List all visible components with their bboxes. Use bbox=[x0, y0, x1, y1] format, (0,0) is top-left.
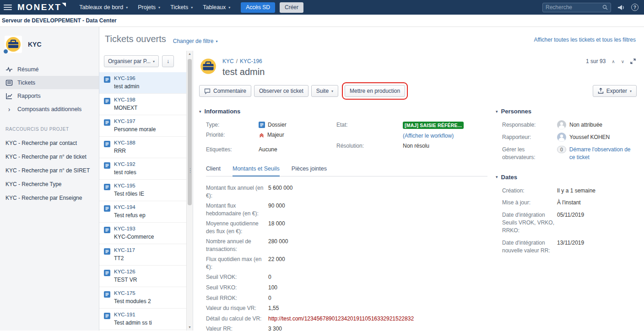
search-input[interactable] bbox=[546, 4, 602, 11]
tab-pieces-jointes[interactable]: Pièces jointes bbox=[292, 166, 327, 176]
topbar-nav-item[interactable]: Tickets ▾ bbox=[165, 0, 198, 15]
document-type-icon bbox=[104, 119, 110, 126]
topbar-nav-item[interactable]: Tableaux ▾ bbox=[198, 0, 235, 15]
date-label: Mise à jour: bbox=[502, 199, 557, 207]
change-filter-link[interactable]: Changer de filtre ▾ bbox=[173, 38, 218, 44]
project-shortcut-link[interactable]: KYC - Recherche par Enseigne bbox=[0, 191, 99, 205]
ticket-list-item[interactable]: KYC-188 RRR bbox=[99, 137, 186, 158]
field-list: Montant flux annuel (en €): 5 600 000 Mo… bbox=[206, 183, 487, 331]
breadcrumb-ticket-link[interactable]: KYC-196 bbox=[240, 58, 262, 64]
breadcrumb-project-link[interactable]: KYC bbox=[222, 58, 234, 64]
caret-down-icon: ▾ bbox=[228, 5, 230, 10]
document-type-icon bbox=[104, 98, 110, 104]
field-label: Nombre annuel de transactions: bbox=[206, 238, 268, 253]
field-label: Valeur du risque VR: bbox=[206, 304, 268, 312]
scroll-up-icon[interactable]: ▲ bbox=[188, 52, 191, 56]
list-scrollbar[interactable]: ▲ ▼ bbox=[186, 51, 193, 331]
sidebar-item-rapports[interactable]: Rapports bbox=[0, 89, 99, 102]
export-button[interactable]: Exporter ▾ bbox=[593, 85, 637, 97]
acces-sd-button[interactable]: Accès SD bbox=[241, 2, 275, 13]
create-button[interactable]: Créer bbox=[280, 2, 303, 13]
field-label: Moyenne quotidienne des flux (en €): bbox=[206, 220, 268, 235]
detail-toolbar: Commentaire Observer ce ticket Suite ▾ M… bbox=[199, 85, 637, 97]
priority-label: Priorité: bbox=[206, 132, 259, 138]
page-title: Tickets ouverts bbox=[105, 34, 166, 44]
tab-montants-et-seuils[interactable]: Montants et Seuils bbox=[233, 166, 280, 176]
ticket-key: KYC-195 bbox=[114, 183, 144, 188]
ticket-list-item[interactable]: KYC-192 test roles bbox=[99, 158, 186, 180]
ticket-list-item[interactable]: KYC-175 Test modules 2 bbox=[99, 287, 186, 309]
hamburger-menu-icon[interactable] bbox=[4, 5, 12, 10]
ticket-list-item[interactable]: KYC-195 Test rôles IE bbox=[99, 180, 186, 201]
field-value: http://test.com/123456789012342019110516… bbox=[268, 315, 414, 323]
pager: 1 sur 93 ∧ ∨ bbox=[586, 58, 636, 64]
project-shortcut-link[interactable]: KYC - Recherche par contact bbox=[0, 136, 99, 150]
ticket-key: KYC-175 bbox=[114, 290, 151, 296]
export-icon bbox=[598, 88, 604, 94]
help-icon[interactable]: ? bbox=[631, 4, 639, 11]
content: Tickets ouverts Changer de filtre ▾ Affi… bbox=[99, 27, 644, 331]
mettre-en-production-button[interactable]: Mettre en production bbox=[345, 85, 405, 97]
project-shortcut-link[interactable]: KYC - Recherche par n° de ticket bbox=[0, 150, 99, 164]
announcement-icon[interactable] bbox=[617, 5, 625, 11]
ticket-list-item[interactable]: KYC-193 KYC-Commerce bbox=[99, 223, 186, 244]
sidebar-item-label: Résumé bbox=[17, 66, 39, 73]
project-shortcut-link[interactable]: KYC - Recherche Type bbox=[0, 177, 99, 191]
show-workflow-link[interactable]: (Afficher le workflow) bbox=[403, 133, 454, 139]
more-actions-button[interactable]: Suite ▾ bbox=[311, 85, 338, 97]
ticket-key: KYC-196 bbox=[114, 75, 139, 81]
sidebar-item-resume[interactable]: Résumé bbox=[0, 63, 99, 76]
comment-icon bbox=[204, 88, 211, 94]
detail-field-row: Moyenne quotidienne des flux (en €): 18 … bbox=[206, 219, 487, 236]
tab-client[interactable]: Client bbox=[206, 166, 221, 176]
comment-button[interactable]: Commentaire bbox=[199, 85, 251, 97]
app-logo[interactable]: MONEXT bbox=[17, 2, 66, 12]
ticket-list-item[interactable]: KYC-190 TEST bbox=[99, 330, 186, 331]
ticket-list-item[interactable]: KYC-198 MONEXT bbox=[99, 94, 186, 115]
previous-ticket-button[interactable]: ∧ bbox=[612, 59, 615, 64]
document-type-icon bbox=[104, 205, 110, 212]
expand-icon[interactable] bbox=[630, 59, 636, 64]
people-section-toggle[interactable]: ▾ Personnes bbox=[496, 108, 637, 115]
informations-section-toggle[interactable]: ▾ Informations bbox=[199, 108, 487, 115]
project-shortcut-link[interactable]: KYC - Recherche par n° de SIRET bbox=[0, 164, 99, 177]
scrollbar-thumb[interactable] bbox=[188, 59, 192, 205]
content-header: Tickets ouverts Changer de filtre ▾ Affi… bbox=[99, 27, 644, 51]
detail-field-row: Seuil VRKO: 100 bbox=[206, 283, 487, 293]
assignee-value[interactable]: Non attribuée bbox=[569, 121, 602, 129]
sort-direction-button[interactable]: ↓ bbox=[162, 55, 174, 67]
scroll-down-icon[interactable]: ▼ bbox=[188, 326, 191, 329]
field-label: Détail du calcul de VR: bbox=[206, 315, 268, 323]
sidebar-menu: Résumé Tickets Rapports › Composants add… bbox=[0, 63, 99, 116]
sidebar-item-tickets[interactable]: Tickets bbox=[0, 76, 99, 89]
ticket-list-item[interactable]: KYC-117 TT2 bbox=[99, 244, 186, 266]
ticket-list-item[interactable]: KYC-196 test admin bbox=[99, 72, 186, 94]
document-type-icon bbox=[104, 162, 110, 169]
project-header[interactable]: KYC bbox=[0, 27, 99, 59]
topbar-nav-item[interactable]: Projets ▾ bbox=[133, 0, 165, 15]
topbar-nav-item[interactable]: Tableaux de bord ▾ bbox=[74, 0, 133, 15]
ticket-list-item[interactable]: KYC-197 Personne morale bbox=[99, 115, 186, 137]
panel-resize-grip[interactable]: ⋮ bbox=[187, 167, 193, 173]
sort-by-dropdown[interactable]: Organiser par P... ▾ bbox=[104, 55, 159, 67]
show-all-filters-link[interactable]: Afficher toutes les tickets et tous les … bbox=[534, 37, 636, 43]
caret-down-icon: ▾ bbox=[331, 89, 333, 93]
watchers-count-badge: 0 bbox=[557, 146, 566, 153]
reporter-value[interactable]: Youssef KOHEN bbox=[569, 133, 610, 141]
ticket-list-item[interactable]: KYC-126 TEST VR bbox=[99, 266, 186, 287]
document-type-icon bbox=[104, 184, 110, 190]
caret-down-icon: ▾ bbox=[630, 89, 632, 93]
search-icon[interactable] bbox=[602, 5, 608, 10]
sidebar-item-composants[interactable]: › Composants additionnels bbox=[0, 102, 99, 116]
dates-section-toggle[interactable]: ▾ Dates bbox=[496, 174, 637, 181]
ticket-list-item[interactable]: KYC-191 Test admin ss ti bbox=[99, 309, 186, 330]
informations-section-title: Informations bbox=[205, 108, 241, 115]
logo-arrow-icon bbox=[62, 3, 66, 7]
dates-rows: Création: Il y a 1 semaine Mise à jour: … bbox=[502, 187, 637, 255]
next-ticket-button[interactable]: ∨ bbox=[621, 59, 624, 64]
caret-down-icon: ▾ bbox=[158, 5, 160, 10]
watch-button[interactable]: Observer ce ticket bbox=[254, 85, 308, 97]
field-label: Valeur RR: bbox=[206, 325, 268, 331]
start-watching-link[interactable]: Démarre l'observation de ce ticket bbox=[569, 146, 637, 162]
ticket-list-item[interactable]: KYC-194 Test refus ep bbox=[99, 201, 186, 223]
